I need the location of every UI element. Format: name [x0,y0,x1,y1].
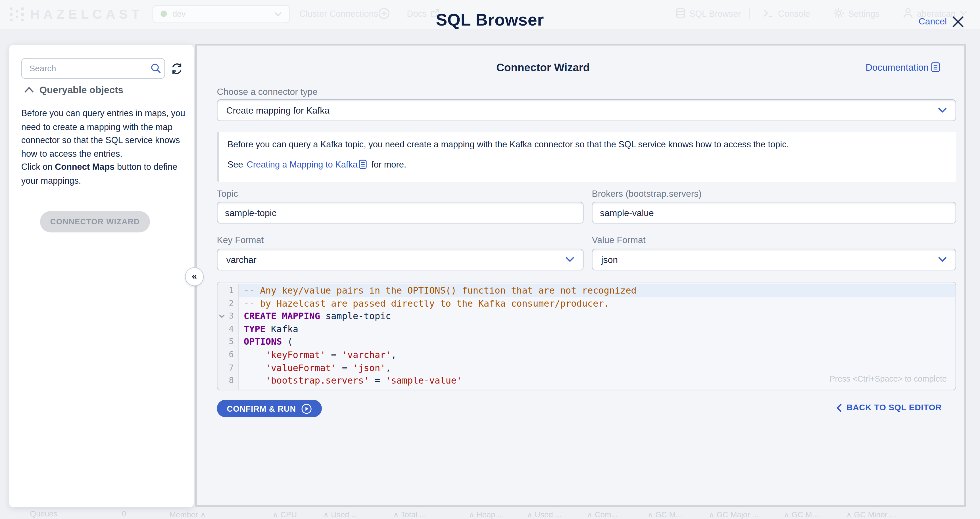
documentation-label: Documentation [865,62,929,72]
line-number: 4 [218,323,239,336]
kafka-info-see-line: See Creating a Mapping to Kafka for more… [228,159,406,169]
background-column-header: ∧ GC M... [648,509,682,519]
kafka-info-box: Before you can query a Kafka topic, you … [217,132,956,182]
code-token: TYPE [244,324,266,334]
code-line: 9) [218,387,956,390]
see-suffix: for more. [369,159,406,169]
code-token: 'varchar' [342,350,391,360]
background-column-header: ∧ Com... [587,509,618,519]
background-column-header: Member ∧ [169,509,206,519]
code-token: 'sample-value' [385,376,462,386]
background-column-header: ∧ GC Major ... [709,509,759,519]
sidebar-description-text: Before you can query entries in maps, yo… [21,108,185,159]
wizard-title: Connector Wizard [197,61,889,75]
sidebar-description: Before you can query entries in maps, yo… [21,107,186,187]
line-number: 6 [218,349,239,362]
queryable-objects-toggle[interactable]: Queryable objects [24,84,123,96]
connector-type-select[interactable]: Create mapping for Kafka [217,99,956,121]
document-icon [931,62,940,72]
autocomplete-hint: Press <Ctrl+Space> to complete [829,374,947,384]
creating-mapping-link[interactable]: Creating a Mapping to Kafka [247,159,358,169]
fold-chevron-icon[interactable] [219,314,225,319]
sql-code-editor[interactable]: 1-- Any key/value pairs in the OPTIONS()… [217,282,956,390]
confirm-and-run-button[interactable]: CONFIRM & RUN [217,400,321,417]
code-content: TYPE Kafka [239,323,955,336]
refresh-icon[interactable] [171,62,183,75]
documentation-link[interactable]: Documentation [865,62,940,72]
chevron-left-icon [836,403,842,412]
code-token: 'valueFormat' [266,363,337,373]
dimmed-app-header: HAZELCAST dev Cluster Connections Docs S… [0,0,980,29]
value-format-select[interactable]: json [592,249,956,271]
code-token [244,350,266,360]
connector-wizard-button[interactable]: CONNECTOR WIZARD [40,211,150,233]
brokers-input[interactable] [592,202,956,224]
cancel-button[interactable]: Cancel [919,16,947,26]
code-line: 5OPTIONS ( [218,336,956,348]
code-content: -- by Hazelcast are passed directly to t… [239,297,955,310]
value-format-value: json [601,255,618,265]
connector-type-label: Choose a connector type [217,87,318,97]
background-column-header: ∧ Used ... [323,509,358,519]
brokers-label: Brokers (bootstrap.servers) [592,189,702,198]
close-icon[interactable] [951,15,965,29]
line-number: 1 [218,284,239,297]
code-line: 1-- Any key/value pairs in the OPTIONS()… [218,284,956,297]
collapse-sidebar-button[interactable]: « [185,267,204,286]
line-number: 7 [218,362,239,374]
line-number: 8 [218,374,239,387]
code-content: CREATE MAPPING sample-topic [239,310,955,323]
line-number: 2 [218,297,239,310]
code-token: ) [244,389,249,390]
chevron-down-icon [938,107,947,113]
sidebar-click-prefix: Click on [21,162,55,172]
queryable-objects-title: Queryable objects [40,84,124,96]
line-number: 5 [218,336,239,348]
queryable-objects-sidebar: Queryable objects Before you can query e… [10,45,194,507]
code-line: 4TYPE Kafka [218,323,956,336]
background-column-header: Queues [30,509,57,519]
code-content: 'keyFormat' = 'varchar', [239,349,955,362]
confirm-button-label: CONFIRM & RUN [227,404,296,413]
value-format-label: Value Format [592,235,645,245]
code-content: -- Any key/value pairs in the OPTIONS() … [239,284,955,297]
back-link-label: BACK TO SQL EDITOR [846,403,942,412]
connect-maps-emphasis: Connect Maps [55,162,115,172]
code-token: OPTIONS [244,337,282,347]
code-token: , [391,350,396,360]
document-icon [359,159,368,169]
play-circle-icon [301,403,312,414]
background-column-header: ∧ CPU [272,509,297,519]
code-token: = [337,363,353,373]
code-token: 'bootstrap.servers' [266,376,369,386]
code-token: -- by Hazelcast are passed directly to t… [244,298,609,308]
code-line: 6 'keyFormat' = 'varchar', [218,349,956,362]
dimmed-background-table-headers: Queues0Member ∧∧ CPU∧ Used ...∧ Total ..… [0,508,980,519]
code-token: ( [282,337,293,347]
code-token: 'json' [353,363,385,373]
app-root: HAZELCAST dev Cluster Connections Docs S… [0,0,980,519]
code-token: 'keyFormat' [266,350,326,360]
key-format-select[interactable]: varchar [217,249,584,271]
code-line: 3CREATE MAPPING sample-topic [218,310,956,323]
background-column-header: ∧ Used ... [527,509,562,519]
topic-input[interactable] [217,202,584,224]
search-icon [151,63,161,73]
kafka-info-text: Before you can query a Kafka topic, you … [228,140,789,149]
key-format-label: Key Format [217,235,264,245]
code-token: sample-topic [320,311,391,321]
connector-wizard-panel: Connector Wizard Documentation Choose a … [195,44,966,507]
code-token: Kafka [266,324,298,334]
code-token: = [326,350,342,360]
code-content: OPTIONS ( [239,336,955,348]
search-input[interactable] [21,58,165,79]
background-column-header: 0 [122,509,126,519]
code-token: -- Any key/value pairs in the OPTIONS() … [244,285,636,295]
back-to-sql-editor-link[interactable]: BACK TO SQL EDITOR [836,403,942,412]
line-number: 9 [218,387,239,390]
background-column-header: ∧ GC M... [784,509,819,519]
chevron-up-icon [24,87,34,93]
modal-title: SQL Browser [0,11,980,30]
chevron-down-icon [938,257,947,262]
chevron-down-icon [566,257,574,262]
